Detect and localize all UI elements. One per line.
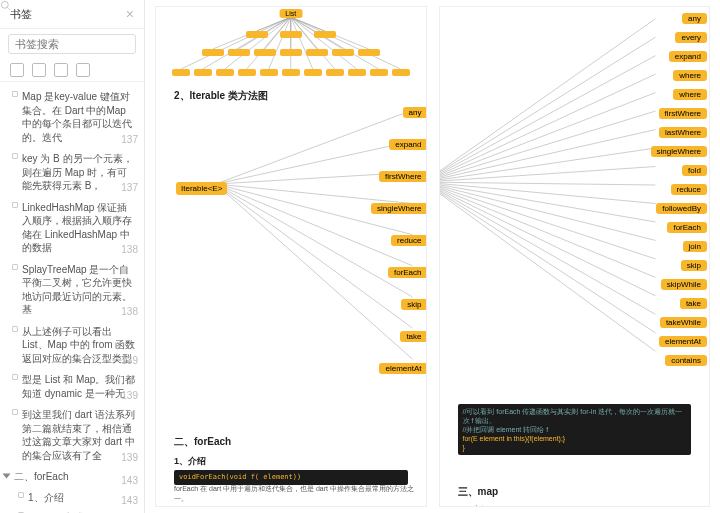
bookmark-item[interactable]: SplayTreeMap 是一个自平衡二叉树，它允许更快地访问最近访问的元素。基… <box>0 259 144 321</box>
method-node: reduce <box>391 235 426 246</box>
list-methods-graph: List <box>156 7 426 82</box>
svg-line-28 <box>216 184 412 266</box>
branch-node <box>280 31 302 38</box>
subsection-heading: 1、介绍 <box>174 455 206 468</box>
method-node: join <box>683 241 707 252</box>
svg-line-33 <box>440 37 655 182</box>
section-heading-foreach: 二、forEach <box>156 435 249 449</box>
bookmark-section[interactable]: 二、forEach143 <box>0 466 144 488</box>
method-node: every <box>675 32 707 43</box>
search-box[interactable] <box>8 34 136 54</box>
svg-line-15 <box>247 17 291 69</box>
svg-line-45 <box>440 182 655 259</box>
method-node: singleWhere <box>651 146 707 157</box>
method-node: take <box>400 331 426 342</box>
branch-node <box>194 69 212 76</box>
method-node: reduce <box>671 184 707 195</box>
bookmark-item[interactable]: 到这里我们 dart 语法系列第二篇就结束了，相信通过这篇文章大家对 dart … <box>0 404 144 466</box>
svg-line-39 <box>440 148 655 182</box>
bookmark-item[interactable]: Map 是key-value 键值对集合。在 Dart 中的Map 中的每个条目… <box>0 86 144 148</box>
branch-node <box>332 49 354 56</box>
svg-line-32 <box>440 19 655 182</box>
branch-node <box>304 69 322 76</box>
search-input[interactable] <box>15 38 129 50</box>
svg-line-21 <box>291 17 379 69</box>
svg-line-12 <box>181 17 291 69</box>
method-node: skipWhile <box>661 279 707 290</box>
branch-node <box>246 31 268 38</box>
code-block: //可以看到 forEach 传递函数与其实则 for-in 迭代，每次的一次遍… <box>458 404 692 455</box>
svg-line-36 <box>440 93 655 182</box>
svg-line-48 <box>440 182 655 314</box>
sidebar-header: 书签 × <box>0 0 144 29</box>
bookmark-list[interactable]: Map 是key-value 键值对集合。在 Dart 中的Map 中的每个条目… <box>0 82 144 513</box>
svg-line-35 <box>440 74 655 182</box>
svg-line-14 <box>225 17 291 69</box>
method-node: followedBy <box>656 203 707 214</box>
close-icon[interactable]: × <box>126 6 134 22</box>
page-right: anyeveryexpandwherewherefirstWherelastWh… <box>439 6 711 507</box>
method-node: contains <box>665 355 707 366</box>
branch-node <box>326 69 344 76</box>
method-node: skip <box>401 299 426 310</box>
branch-node <box>260 69 278 76</box>
svg-line-37 <box>440 111 655 182</box>
method-node: any <box>403 107 427 118</box>
method-node: where <box>673 70 707 81</box>
svg-line-34 <box>440 56 655 182</box>
svg-line-4 <box>291 17 325 31</box>
subsection-heading: 1、介绍 <box>458 504 490 507</box>
svg-line-38 <box>440 130 655 183</box>
bookmark-item[interactable]: 型是 List 和 Map。我们都知道 dynamic 是一种无139 <box>0 369 144 404</box>
content-area: List 2、Iterable 类方法图 Iterable<E> anyexpa… <box>145 0 720 513</box>
toolbar <box>0 59 144 82</box>
svg-line-2 <box>257 17 291 31</box>
page-left: List 2、Iterable 类方法图 Iterable<E> anyexpa… <box>155 6 427 507</box>
svg-line-47 <box>440 182 655 296</box>
branch-node <box>172 69 190 76</box>
bookmark-subitem[interactable]: 2、使用方式143 <box>0 508 144 513</box>
tool-icon-2[interactable] <box>32 63 46 77</box>
svg-line-50 <box>440 182 655 351</box>
section-heading-map: 三、map <box>440 485 517 499</box>
branch-node <box>282 69 300 76</box>
tool-icon-4[interactable] <box>76 63 90 77</box>
bookmark-item[interactable]: key 为 B 的另一个元素，则在遍历 Map 时，有可能先获得元素 B，137 <box>0 148 144 197</box>
svg-line-13 <box>203 17 291 69</box>
method-node: skip <box>681 260 707 271</box>
branch-node <box>306 49 328 56</box>
method-node: fold <box>682 165 707 176</box>
method-node: forEach <box>667 222 707 233</box>
method-node: singleWhere <box>371 203 426 214</box>
method-node: takeWhile <box>660 317 707 328</box>
branch-node <box>314 31 336 38</box>
method-node: firstWhere <box>659 108 707 119</box>
svg-line-41 <box>440 182 655 185</box>
code-block: voidForEach(void f( element)) <box>174 470 408 485</box>
bookmark-item[interactable]: LinkedHashMap 保证插入顺序，根据插入顺序存储在 LinkedHas… <box>0 197 144 259</box>
branch-node <box>216 69 234 76</box>
branch-node <box>280 49 302 56</box>
branch-node <box>358 49 380 56</box>
method-node: elementAt <box>659 336 707 347</box>
bookmarks-sidebar: 书签 × Map 是key-value 键值对集合。在 Dart 中的Map 中… <box>0 0 145 513</box>
tool-icon-3[interactable] <box>54 63 68 77</box>
bookmark-subitem[interactable]: 1、介绍143 <box>0 488 144 508</box>
branch-node <box>370 69 388 76</box>
method-node: expand <box>669 51 707 62</box>
svg-line-40 <box>440 167 655 183</box>
svg-line-18 <box>291 17 313 69</box>
svg-line-16 <box>269 17 291 69</box>
iterable-node: Iterable<E> <box>176 182 227 195</box>
section-heading: 2、Iterable 类方法图 <box>156 89 286 103</box>
svg-line-49 <box>440 182 655 333</box>
branch-node <box>348 69 366 76</box>
svg-line-43 <box>440 182 655 222</box>
svg-line-29 <box>216 184 412 297</box>
hub-node: List <box>279 9 302 18</box>
method-node: elementAt <box>379 363 426 374</box>
search-container <box>0 29 144 59</box>
bookmark-item[interactable]: 从上述例子可以看出 List、Map 中的 from 函数返回对应的集合泛型类型… <box>0 321 144 370</box>
svg-line-22 <box>291 17 401 69</box>
tool-icon-1[interactable] <box>10 63 24 77</box>
